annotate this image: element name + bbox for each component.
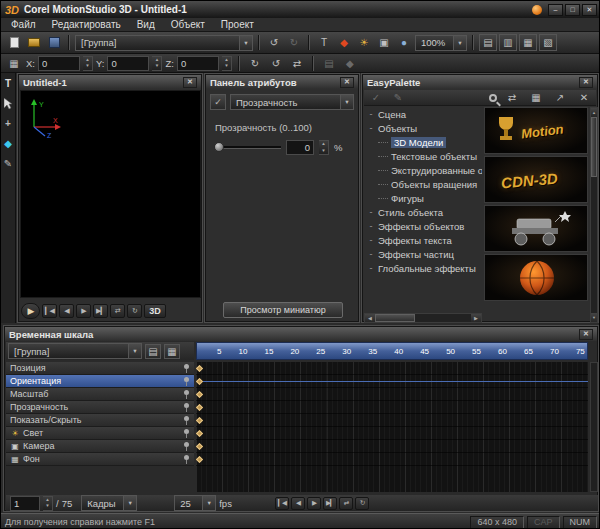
go-end-button[interactable]: ▶▎ <box>323 497 337 510</box>
collapse-icon[interactable]: - <box>364 207 378 217</box>
scroll-left-icon[interactable]: ◀ <box>365 314 375 322</box>
light-button[interactable]: ☀ <box>355 34 373 51</box>
track-visibility[interactable]: Показать/Скрыть <box>6 414 194 427</box>
thumbnail-vehicle-model[interactable] <box>484 205 588 252</box>
layout-custom-button[interactable]: ▧ <box>539 34 557 51</box>
opacity-value-input[interactable] <box>286 140 314 155</box>
tree-item-extruded-objects[interactable]: Экструдированные объекты <box>364 163 482 177</box>
thumbnail-basketball-model[interactable] <box>484 254 588 301</box>
tree-item-object-effects[interactable]: -Эффекты объектов <box>364 219 482 233</box>
pin-icon[interactable] <box>183 429 190 438</box>
z-input[interactable] <box>177 56 219 71</box>
tree-item-text-objects[interactable]: Текстовые объекты <box>364 149 482 163</box>
loop-button[interactable]: ⇄ <box>339 497 353 510</box>
z-spinner[interactable]: ▲▼ <box>222 56 232 71</box>
tree-horizontal-scrollbar[interactable]: ◀ ▶ <box>364 313 482 323</box>
scrollbar-thumb[interactable] <box>591 117 597 177</box>
repeat-button[interactable]: ↻ <box>127 304 142 318</box>
timeline-vertical-scrollbar[interactable] <box>590 362 598 492</box>
flip-button[interactable]: ⇄ <box>288 55 306 72</box>
track-light[interactable]: ☀ Свет <box>6 427 194 440</box>
loop-button[interactable]: ⇄ <box>110 304 125 318</box>
collapse-icon[interactable]: - <box>364 221 378 231</box>
x-spinner[interactable]: ▲▼ <box>83 56 93 71</box>
timeline-group-dropdown[interactable]: [Группа] ▼ <box>8 343 142 359</box>
play-button[interactable]: ▶ <box>21 303 40 319</box>
preview-thumbnails-button[interactable]: Просмотр миниатюр <box>223 302 343 318</box>
track-background[interactable]: ▦ Фон <box>6 453 194 466</box>
collapse-icon[interactable]: - <box>364 235 378 245</box>
opacity-spinner[interactable]: ▲▼ <box>319 140 329 155</box>
insert-text-button[interactable]: T <box>315 34 333 51</box>
menu-object[interactable]: Объект <box>163 19 213 30</box>
track-orientation[interactable]: Ориентация <box>6 375 194 388</box>
next-frame-button[interactable]: ▶ <box>76 304 91 318</box>
render-button[interactable]: ◆ <box>335 34 353 51</box>
track-scale[interactable]: Масштаб <box>6 388 194 401</box>
track-opacity[interactable]: Прозрачность <box>6 401 194 414</box>
spin-down-icon[interactable]: ▼ <box>83 63 92 70</box>
rotate-ccw-button[interactable]: ↺ <box>267 55 285 72</box>
tree-item-particle-effects[interactable]: -Эффекты частиц <box>364 247 482 261</box>
pin-icon[interactable] <box>183 416 190 425</box>
next-frame-button[interactable]: ▶ <box>307 497 321 510</box>
menu-view[interactable]: Вид <box>129 19 163 30</box>
attribute-dropdown[interactable]: Прозрачность ▼ <box>230 94 354 110</box>
thumbnail-view-button[interactable]: ▦ <box>527 91 545 105</box>
timeline-grid[interactable] <box>196 362 588 492</box>
thumbnail-motion-trophy[interactable]: Motion <box>484 107 588 154</box>
scroll-down-icon[interactable]: ▼ <box>591 313 597 322</box>
current-frame-input[interactable] <box>10 496 40 511</box>
scroll-right-icon[interactable]: ▶ <box>471 314 481 322</box>
material-button[interactable]: ● <box>395 34 413 51</box>
save-file-button[interactable] <box>45 34 63 51</box>
close-icon[interactable]: ✕ <box>579 77 593 88</box>
material-tool-button[interactable]: ◆ <box>2 137 15 150</box>
frame-spinner[interactable]: ▲▼ <box>43 496 53 511</box>
scrollbar-thumb[interactable] <box>375 314 415 322</box>
collapse-icon[interactable]: - <box>364 123 378 133</box>
x-input[interactable] <box>38 56 80 71</box>
time-units-dropdown[interactable]: Кадры ▼ <box>81 495 137 511</box>
tree-item-3d-models[interactable]: 3D Модели <box>364 135 482 149</box>
layout-split-button[interactable]: ▥ <box>499 34 517 51</box>
opacity-slider-thumb[interactable] <box>214 142 224 152</box>
apply-style-button[interactable]: ✓ <box>367 91 385 105</box>
close-group-button[interactable]: ✕ <box>575 91 593 105</box>
easypalette-header[interactable]: EasyPalette ✕ <box>363 75 597 89</box>
attributes-header[interactable]: Панель атрибутов ✕ <box>206 75 358 89</box>
pin-icon[interactable] <box>183 442 190 451</box>
repeat-button[interactable]: ↻ <box>355 497 369 510</box>
close-icon[interactable]: ✕ <box>579 329 593 340</box>
menu-project[interactable]: Проект <box>213 19 262 30</box>
tree-item-object-style[interactable]: -Стиль объекта <box>364 205 482 219</box>
go-end-button[interactable]: ▶▎ <box>93 304 108 318</box>
pin-icon[interactable] <box>183 390 190 399</box>
opacity-slider[interactable] <box>215 146 281 149</box>
text-tool-button[interactable]: T <box>2 77 15 90</box>
tree-item-lathe-objects[interactable]: Объекты вращения <box>364 177 482 191</box>
minimize-button[interactable]: – <box>548 4 563 16</box>
close-icon[interactable]: ✕ <box>340 77 354 88</box>
tree-item-global-effects[interactable]: -Глобальные эффекты <box>364 261 482 275</box>
track-filter-button[interactable]: ▦ <box>164 344 180 359</box>
search-icon[interactable] <box>489 94 497 102</box>
viewport-canvas[interactable]: Y X Z <box>20 90 201 298</box>
prev-frame-button[interactable]: ◀ <box>59 304 74 318</box>
prev-frame-button[interactable]: ◀ <box>291 497 305 510</box>
redo-button[interactable]: ↻ <box>285 34 303 51</box>
align-button[interactable]: ▤ <box>320 55 338 72</box>
spin-down-icon[interactable]: ▼ <box>319 148 328 155</box>
go-start-button[interactable]: ▎◀ <box>42 304 57 318</box>
layer-manager-button[interactable]: ▤ <box>145 344 161 359</box>
transform-mode-icon[interactable]: ▦ <box>5 55 23 72</box>
collapse-icon[interactable]: - <box>364 263 378 273</box>
eyedropper-tool-button[interactable]: ✎ <box>2 157 15 170</box>
track-camera[interactable]: ▣ Камера <box>6 440 194 453</box>
close-button[interactable]: ✕ <box>582 4 597 16</box>
new-file-button[interactable] <box>5 34 23 51</box>
pin-icon[interactable] <box>183 364 190 373</box>
go-start-button[interactable]: ▎◀ <box>275 497 289 510</box>
undo-button[interactable]: ↺ <box>265 34 283 51</box>
timeline-ruler[interactable]: 5 10 15 20 25 30 35 40 45 50 55 60 65 70… <box>196 342 588 360</box>
